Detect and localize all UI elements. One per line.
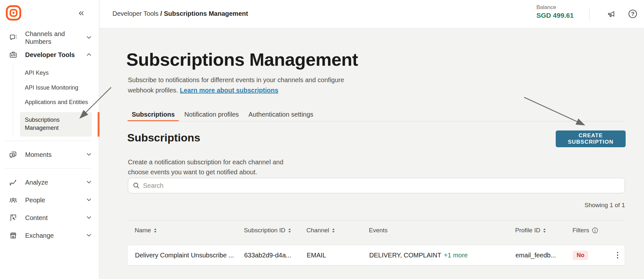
sidebar-collapse-button[interactable]: « <box>79 7 84 18</box>
page-description-line1: Subscribe to notifications for different… <box>128 76 344 83</box>
table-row[interactable]: Delivery Complaint Unsubscribe ... 633ab… <box>127 245 625 265</box>
sidebar-item-label: Content <box>25 214 80 222</box>
column-header-profile-id[interactable]: Profile ID <box>515 227 572 234</box>
chevron-down-icon <box>87 36 91 39</box>
chevron-down-icon <box>87 153 91 156</box>
sidebar-item-label: Developer Tools <box>25 51 90 59</box>
cell-events: DELIVERY, COMPLAINT+1 more <box>369 252 515 259</box>
section-description-line2: choose events you want to get notified a… <box>128 168 257 176</box>
sidebar-item-label: People <box>25 196 80 204</box>
page-description: Subscribe to notifications for different… <box>128 75 344 95</box>
cell-subscription-id: 633ab2d9-d4a... <box>244 252 307 259</box>
sort-icon <box>543 228 546 233</box>
page-title: Subscriptions Management <box>126 49 358 70</box>
learn-more-link[interactable]: Learn more about subscriptions <box>180 87 278 94</box>
balance-widget[interactable]: Balance SGD 499.61 <box>536 4 574 19</box>
infobip-logo <box>6 5 21 21</box>
column-header-events: Events <box>369 227 515 234</box>
exchange-icon <box>9 231 17 240</box>
table-header: Name Subscription ID Channel Events Prof… <box>127 220 625 240</box>
row-actions-button[interactable] <box>614 251 621 259</box>
main-content: Subscriptions Management Subscribe to no… <box>100 28 644 279</box>
column-header-filters: Filters <box>572 227 614 234</box>
search-box <box>128 178 625 193</box>
column-header-name[interactable]: Name <box>135 227 244 234</box>
sidebar-item-developer-tools[interactable]: Developer Tools <box>0 47 99 63</box>
sidebar: « Channels and Numbers Developer Tools <box>0 0 99 279</box>
section-description: Create a notification subscription for e… <box>128 157 284 177</box>
events-list: DELIVERY, COMPLAINT <box>369 252 441 259</box>
channels-icon <box>9 34 17 42</box>
sidebar-item-label: Exchange <box>25 232 80 239</box>
section-title: Subscriptions <box>127 131 200 144</box>
sidebar-item-label: Moments <box>25 151 80 159</box>
sidebar-item-people[interactable]: People <box>0 192 99 208</box>
sidebar-item-channels-and-numbers[interactable]: Channels and Numbers <box>0 30 99 45</box>
announcements-button[interactable] <box>605 7 618 21</box>
sidebar-subitem-label: Subscriptions Management <box>25 116 67 132</box>
search-input[interactable] <box>143 182 620 189</box>
developer-tools-icon <box>9 51 17 59</box>
breadcrumb-parent[interactable]: Developer Tools <box>112 10 159 17</box>
breadcrumb-current: Subscriptions Management <box>164 10 248 17</box>
question-circle-icon: ? <box>628 9 638 19</box>
tab-bar: Subscriptions Notification profiles Auth… <box>128 109 625 121</box>
help-button[interactable]: ? <box>626 7 639 21</box>
sidebar-divider <box>5 141 91 141</box>
people-icon <box>9 196 17 204</box>
sort-icon <box>332 228 335 233</box>
content-icon <box>9 214 17 222</box>
moments-icon <box>9 150 17 159</box>
sidebar-subitem-api-keys[interactable]: API Keys <box>25 70 49 76</box>
svg-text:?: ? <box>631 11 634 17</box>
tab-subscriptions[interactable]: Subscriptions <box>128 109 179 121</box>
sidebar-active-indicator <box>98 112 100 137</box>
balance-label: Balance <box>536 4 574 11</box>
sidebar-item-moments[interactable]: Moments <box>0 147 99 162</box>
column-header-subscription-id[interactable]: Subscription ID <box>244 227 306 234</box>
create-subscription-button[interactable]: CREATE SUBSCRIPTION <box>556 130 626 147</box>
sidebar-item-label: Channels and Numbers <box>25 30 80 45</box>
sidebar-item-content[interactable]: Content <box>0 210 99 226</box>
sidebar-item-exchange[interactable]: Exchange <box>0 228 99 243</box>
sort-icon <box>154 228 157 233</box>
chevron-up-icon <box>87 53 91 56</box>
chevron-down-icon <box>87 216 91 219</box>
sidebar-subitem-applications-and-entities[interactable]: Applications and Entities <box>25 99 88 106</box>
topbar-divider <box>589 7 590 21</box>
topbar: Developer Tools / Subscriptions Manageme… <box>100 0 644 28</box>
search-icon <box>133 182 140 189</box>
sort-icon <box>288 228 291 233</box>
events-more-link[interactable]: +1 more <box>444 252 468 259</box>
sidebar-subitem-subscriptions-management[interactable]: Subscriptions Management <box>20 112 92 137</box>
column-header-channel[interactable]: Channel <box>306 227 369 234</box>
megaphone-icon <box>607 9 616 19</box>
page-description-line2: webhook profiles. <box>128 87 180 94</box>
section-description-line1: Create a notification subscription for e… <box>128 159 284 166</box>
cell-filters: No <box>573 251 614 260</box>
tab-notification-profiles[interactable]: Notification profiles <box>180 109 243 121</box>
kebab-menu-icon <box>617 251 619 259</box>
chevron-down-icon <box>87 198 91 201</box>
results-summary: Showing 1 of 1 <box>128 202 625 209</box>
info-icon[interactable] <box>592 227 598 234</box>
filters-badge: No <box>573 251 588 260</box>
balance-value: SGD 499.61 <box>536 12 574 19</box>
breadcrumb-separator: / <box>160 10 162 17</box>
sidebar-subitem-api-issue-monitoring[interactable]: API Issue Monitoring <box>25 84 78 91</box>
subtree-line <box>13 63 13 137</box>
cell-profile-id: email_feedb... <box>515 252 573 259</box>
cell-channel: EMAIL <box>307 252 369 259</box>
chevron-down-icon <box>87 181 91 184</box>
sidebar-divider <box>5 168 91 168</box>
analyze-icon <box>9 178 17 187</box>
cell-name: Delivery Complaint Unsubscribe ... <box>135 252 244 259</box>
chevron-down-icon <box>87 234 91 237</box>
tab-authentication-settings[interactable]: Authentication settings <box>244 109 317 121</box>
sidebar-item-label: Analyze <box>25 178 80 186</box>
breadcrumb: Developer Tools / Subscriptions Manageme… <box>112 10 248 17</box>
sidebar-item-analyze[interactable]: Analyze <box>0 175 99 190</box>
